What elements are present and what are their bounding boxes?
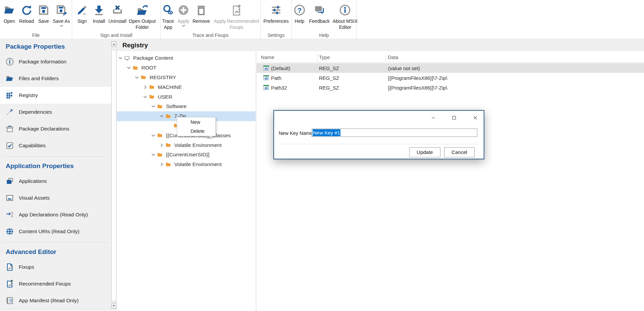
- recommended-fixups-icon: [5, 279, 14, 288]
- feedback-button[interactable]: Feedback: [309, 3, 329, 24]
- ribbon-group-trace-and-fixups: Trace AppApplyRemoveApply Recommended Fi…: [161, 0, 261, 39]
- sidebar-item-files-and-folders[interactable]: Files and Folders: [0, 70, 111, 87]
- open-output-folder-button[interactable]: Open Output Folder: [129, 3, 156, 30]
- reload-button[interactable]: Reload: [19, 3, 34, 24]
- new-key-name-input[interactable]: New Key #1: [312, 128, 477, 137]
- ribbon-group-help: ?HelpFeedbackAbout MSIX EditorHelp: [292, 0, 357, 39]
- ribbon-group-label: Help: [292, 33, 356, 38]
- visual-assets-icon: [5, 194, 14, 202]
- chevron-expanded-icon[interactable]: [151, 104, 156, 109]
- scrollbar-thumb[interactable]: [111, 50, 116, 301]
- tree-item-user[interactable]: USER: [117, 92, 256, 102]
- tree-item-root[interactable]: ROOT: [117, 63, 256, 73]
- sidebar-heading-package-properties: Package Properties: [0, 40, 111, 53]
- sidebar-item-app-manifest-read-only[interactable]: App Manifest (Read Only): [0, 292, 111, 309]
- reload-icon: [20, 3, 33, 17]
- package-declarations-icon: [5, 124, 14, 133]
- sidebar-item-package-information[interactable]: Package Information: [0, 53, 111, 70]
- sidebar-item-package-declarations[interactable]: Package Declarations: [0, 120, 111, 137]
- value-row-default[interactable]: ab(Default)REG_SZ(value not set): [257, 63, 644, 73]
- maximize-icon[interactable]: [451, 115, 457, 121]
- sidebar-item-content-uris-read-only[interactable]: Content URIs (Read Only): [0, 223, 111, 240]
- tree-item-currentusersid[interactable]: [{CurrentUserSID}]: [117, 150, 256, 160]
- folder-icon: [165, 162, 171, 167]
- package-content-icon: [124, 55, 130, 61]
- folder-icon: [165, 113, 171, 119]
- folder-icon: [140, 74, 147, 80]
- sidebar-item-app-declarations-read-only[interactable]: App Declarations (Read Only): [0, 206, 111, 223]
- chevron-collapsed-icon[interactable]: [143, 85, 148, 90]
- sidebar-item-capabilities[interactable]: Capabilities: [0, 137, 111, 154]
- ribbon-toolbar: OpenReloadSaveSave AsFileSignInstallUnin…: [0, 0, 644, 39]
- registry-icon: [5, 91, 14, 100]
- sign-button[interactable]: Sign: [75, 3, 89, 24]
- chevron-expanded-icon[interactable]: [143, 94, 148, 100]
- chevron-collapsed-icon[interactable]: [159, 162, 164, 167]
- tree-item-package-content[interactable]: Package Content: [117, 53, 256, 63]
- menu-item-new[interactable]: New: [177, 118, 215, 127]
- ribbon-group-label: Settings: [261, 33, 291, 38]
- scroll-down-button[interactable]: [111, 303, 116, 309]
- tree-item-machine[interactable]: MACHINE: [117, 82, 256, 92]
- uninstall-button[interactable]: Uninstall: [108, 3, 126, 24]
- sidebar-item-visual-assets[interactable]: Visual Assets: [0, 190, 111, 206]
- chevron-expanded-icon[interactable]: [118, 55, 123, 61]
- install-button[interactable]: Install: [92, 3, 106, 24]
- chevron-collapsed-icon[interactable]: [159, 143, 164, 148]
- apply-recommended-fixups-button[interactable]: Apply Recommended Fixups: [214, 3, 259, 30]
- cancel-button[interactable]: Cancel: [444, 147, 475, 157]
- sidebar-scrollbar[interactable]: [111, 40, 117, 309]
- sidebar-item-applications[interactable]: Applications: [0, 173, 111, 190]
- save-button[interactable]: Save: [37, 3, 50, 24]
- folder-icon: [132, 65, 139, 71]
- column-header-data[interactable]: Data: [388, 54, 398, 60]
- open-button[interactable]: Open: [3, 3, 16, 24]
- sidebar: Package PropertiesPackage InformationFil…: [0, 40, 111, 309]
- sign-icon: [75, 3, 89, 17]
- chevron-expanded-icon[interactable]: [151, 133, 156, 138]
- save-as-button[interactable]: Save As: [53, 3, 70, 27]
- remove-button[interactable]: Remove: [193, 3, 210, 24]
- value-row-path32[interactable]: abPath32REG_SZ[{ProgramFilesX86}]\7-Zip\: [257, 83, 644, 92]
- ribbon-group-sign-and-install: SignInstallUninstallOpen Output FolderSi…: [72, 0, 161, 39]
- value-row-path[interactable]: abPathREG_SZ[{ProgramFilesX86}]\7-Zip\: [257, 73, 644, 83]
- chevron-down-icon: [59, 24, 63, 27]
- page-title: Registry: [122, 42, 148, 49]
- ribbon-group-label: Sign and Install: [72, 33, 160, 38]
- folder-icon: [157, 152, 163, 158]
- column-header-name[interactable]: Name: [261, 54, 274, 60]
- tree-item-volatile-environment[interactable]: Volatile Environment: [117, 160, 256, 169]
- close-icon[interactable]: [472, 115, 478, 121]
- app-manifest-icon: [5, 296, 14, 305]
- sidebar-item-fixups[interactable]: Fixups: [0, 259, 111, 275]
- chevron-expanded-icon[interactable]: [126, 65, 131, 70]
- sidebar-item-registry[interactable]: Registry: [0, 87, 111, 104]
- preferences-button[interactable]: Preferences: [263, 3, 288, 24]
- update-button[interactable]: Update: [409, 147, 440, 157]
- column-separator: [386, 54, 386, 62]
- about-msix-editor-button[interactable]: About MSIX Editor: [333, 3, 358, 30]
- feedback-icon: [313, 3, 326, 17]
- tree-item-software[interactable]: Software: [117, 102, 256, 111]
- scroll-up-button[interactable]: [111, 41, 116, 47]
- menu-item-delete[interactable]: Delete: [177, 127, 215, 136]
- folder-icon: [149, 84, 155, 90]
- ribbon-group-label: Trace and Fixups: [161, 33, 260, 38]
- trace-app-button[interactable]: Trace App: [161, 3, 175, 30]
- save-icon: [37, 3, 50, 17]
- chevron-expanded-icon[interactable]: [134, 75, 140, 80]
- sidebar-heading-advanced-editor: Advanced Editor: [0, 243, 111, 259]
- chevron-expanded-icon[interactable]: [151, 152, 156, 157]
- chevron-expanded-icon[interactable]: [159, 113, 164, 119]
- minimize-icon[interactable]: [430, 115, 436, 121]
- folder-icon: [165, 142, 171, 148]
- apply-button[interactable]: Apply: [177, 3, 190, 27]
- trace-app-icon: [161, 3, 175, 17]
- ribbon-group-settings: PreferencesSettings: [261, 0, 292, 39]
- sidebar-item-dependencies[interactable]: Dependencies: [0, 104, 111, 120]
- column-header-type[interactable]: Type: [319, 54, 330, 60]
- tree-item-registry[interactable]: REGISTRY: [117, 73, 256, 83]
- sidebar-item-recommended-fixups[interactable]: Recommended Fixups: [0, 275, 111, 292]
- help-button[interactable]: ?Help: [293, 3, 306, 24]
- tree-item-volatile-environment[interactable]: Volatile Environment: [117, 140, 256, 150]
